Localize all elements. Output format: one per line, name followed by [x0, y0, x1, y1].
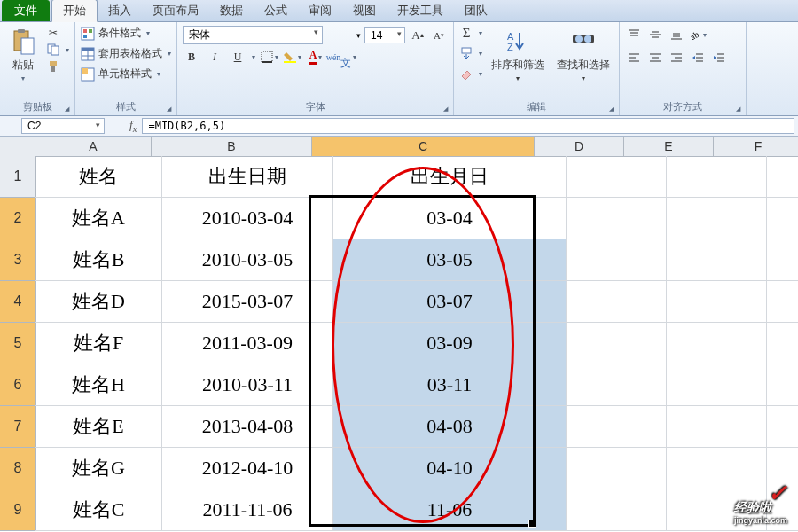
cell-D7[interactable] [567, 406, 667, 448]
cell-F1[interactable] [767, 156, 798, 198]
cell-D8[interactable] [567, 448, 667, 489]
align-top-button[interactable] [625, 26, 643, 43]
cell-A8[interactable]: 姓名G [35, 448, 162, 489]
cell-E2[interactable] [667, 198, 767, 239]
row-header-5[interactable]: 5 [0, 323, 36, 364]
cell-D1[interactable] [567, 156, 667, 198]
bold-button[interactable]: B [183, 48, 200, 66]
row-header-1[interactable]: 1 [0, 156, 36, 198]
cell-E7[interactable] [667, 406, 767, 448]
font-color-button[interactable]: A [307, 48, 325, 66]
column-header-F[interactable]: F [714, 137, 798, 157]
cell-C4[interactable]: 03-07 [333, 281, 567, 323]
cell-E1[interactable] [667, 156, 767, 198]
column-header-E[interactable]: E [624, 137, 714, 157]
row-header-2[interactable]: 2 [0, 198, 36, 239]
row-header-3[interactable]: 3 [0, 239, 36, 281]
cell-B9[interactable]: 2011-11-06 [162, 489, 333, 531]
grow-font-button[interactable]: A▴ [409, 27, 426, 44]
cell-A6[interactable]: 姓名H [35, 364, 162, 406]
cell-D2[interactable] [567, 198, 667, 239]
cell-D6[interactable] [567, 364, 667, 406]
file-tab[interactable]: 文件 [2, 0, 50, 21]
cell-C8[interactable]: 04-10 [333, 448, 567, 489]
tab-formulas[interactable]: 公式 [254, 0, 298, 21]
column-header-A[interactable]: A [35, 137, 152, 157]
cell-E4[interactable] [667, 281, 767, 323]
name-box[interactable]: C2 [21, 118, 105, 134]
cell-F4[interactable] [767, 281, 798, 323]
clear-button[interactable] [459, 66, 482, 81]
column-header-C[interactable]: C [312, 137, 535, 157]
cell-E5[interactable] [667, 323, 767, 364]
fill-button[interactable] [459, 46, 482, 60]
align-left-button[interactable] [625, 49, 643, 66]
cell-D5[interactable] [567, 323, 667, 364]
fill-handle[interactable] [528, 520, 536, 528]
align-middle-button[interactable] [646, 26, 664, 43]
font-size-select[interactable]: 14 [364, 27, 405, 43]
cell-B5[interactable]: 2011-03-09 [162, 323, 333, 364]
row-header-6[interactable]: 6 [0, 364, 36, 406]
tab-team[interactable]: 团队 [454, 0, 498, 21]
cell-D9[interactable] [567, 489, 667, 531]
cond-format-button[interactable]: 条件格式 [81, 26, 171, 41]
cell-F3[interactable] [767, 239, 798, 281]
cell-E6[interactable] [667, 364, 767, 406]
orientation-button[interactable]: ab [689, 26, 707, 43]
sort-filter-button[interactable]: AZ 排序和筛选▾ [488, 26, 548, 84]
cell-D3[interactable] [567, 239, 667, 281]
fx-icon[interactable]: fx [129, 118, 137, 134]
paste-button[interactable]: 粘贴 ▾ [5, 26, 41, 84]
indent-increase-button[interactable] [710, 49, 728, 66]
cell-B8[interactable]: 2012-04-10 [162, 448, 333, 489]
cell-C3[interactable]: 03-05 [333, 239, 567, 281]
row-header-7[interactable]: 7 [0, 406, 36, 448]
cell-C2[interactable]: 03-04 [333, 198, 567, 239]
cell-B3[interactable]: 2010-03-05 [162, 239, 333, 281]
cell-E8[interactable] [667, 448, 767, 489]
cell-A4[interactable]: 姓名D [35, 281, 162, 323]
cut-button[interactable]: ✂ [46, 26, 69, 40]
cell-F6[interactable] [767, 364, 798, 406]
align-bottom-button[interactable] [668, 26, 685, 43]
align-right-button[interactable] [668, 49, 685, 66]
select-all-corner[interactable] [0, 137, 36, 157]
cell-B4[interactable]: 2015-03-07 [162, 281, 333, 323]
cell-A3[interactable]: 姓名B [35, 239, 162, 281]
cell-C7[interactable]: 04-08 [333, 406, 567, 448]
cell-C6[interactable]: 03-11 [333, 364, 567, 406]
tab-data[interactable]: 数据 [209, 0, 254, 21]
tab-insert[interactable]: 插入 [98, 0, 142, 21]
row-header-8[interactable]: 8 [0, 448, 36, 489]
tab-home[interactable]: 开始 [51, 0, 98, 22]
fill-color-button[interactable] [284, 48, 301, 66]
format-painter-button[interactable] [46, 59, 69, 74]
cell-F7[interactable] [767, 406, 798, 448]
row-header-9[interactable]: 9 [0, 489, 36, 531]
cell-A2[interactable]: 姓名A [35, 198, 162, 239]
cell-F2[interactable] [767, 198, 798, 239]
formula-bar[interactable]: =MID(B2,6,5) [142, 118, 794, 134]
tab-review[interactable]: 审阅 [298, 0, 342, 21]
cell-B2[interactable]: 2010-03-04 [162, 198, 333, 239]
cell-B6[interactable]: 2010-03-11 [162, 364, 333, 406]
table-format-button[interactable]: 套用表格格式 [81, 46, 171, 61]
italic-button[interactable]: I [206, 48, 223, 66]
cell-A7[interactable]: 姓名E [35, 406, 162, 448]
cell-F5[interactable] [767, 323, 798, 364]
cell-A9[interactable]: 姓名C [35, 489, 162, 531]
font-name-select[interactable]: 宋体 [183, 26, 323, 44]
phonetic-button[interactable]: wén文 [330, 48, 348, 66]
border-button[interactable] [261, 48, 278, 66]
cell-B7[interactable]: 2013-04-08 [162, 406, 333, 448]
cell-style-button[interactable]: 单元格样式 [81, 66, 171, 82]
tab-view[interactable]: 视图 [342, 0, 387, 21]
cell-C5[interactable]: 03-09 [333, 323, 567, 364]
cell-C1[interactable]: 出生月日 [333, 156, 567, 198]
column-header-B[interactable]: B [152, 137, 312, 157]
tab-developer[interactable]: 开发工具 [387, 0, 454, 21]
cell-E3[interactable] [667, 239, 767, 281]
cell-B1[interactable]: 出生日期 [162, 156, 333, 198]
find-select-button[interactable]: 查找和选择▾ [553, 26, 614, 84]
